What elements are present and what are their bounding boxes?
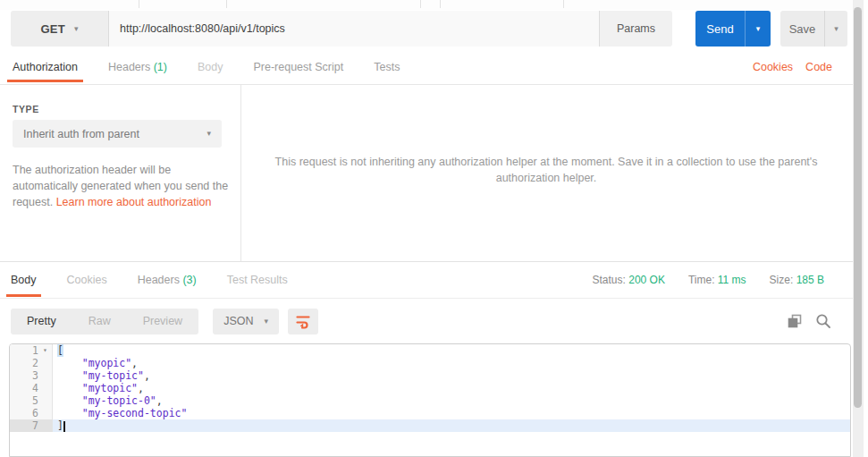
tab-label: Body bbox=[198, 61, 223, 73]
line-number-gutter: 7 bbox=[10, 419, 53, 432]
time-value: 11 ms bbox=[718, 274, 746, 286]
params-label: Params bbox=[617, 22, 655, 35]
code-line[interactable]: 3 "my-topic", bbox=[10, 369, 850, 382]
wrap-lines-button[interactable] bbox=[288, 309, 318, 334]
chevron-down-icon: ▾ bbox=[834, 25, 839, 33]
tab-label: Authorization bbox=[13, 61, 78, 73]
code-line[interactable]: 1▾[ bbox=[10, 344, 850, 357]
response-meta: Status: 200 OK Time: 11 ms Size: 185 B bbox=[593, 262, 854, 286]
text-cursor bbox=[63, 421, 65, 432]
request-right-links: Cookies Code bbox=[753, 55, 853, 73]
view-mode-group: Pretty Raw Preview bbox=[11, 309, 198, 334]
tab-tests[interactable]: Tests bbox=[372, 55, 401, 82]
code-line-content: "my-second-topic" bbox=[53, 407, 850, 419]
auth-type-value: Inherit auth from parent bbox=[23, 128, 139, 140]
send-button[interactable]: Send bbox=[695, 11, 745, 47]
code-line-content: "myopic", bbox=[53, 357, 850, 369]
code-lines: 1▾[2 "myopic",3 "my-topic",4 "mytopic",5… bbox=[10, 344, 850, 432]
authorization-panel: TYPE Inherit auth from parent ▾ The auth… bbox=[0, 85, 868, 261]
line-number-gutter: 2 bbox=[10, 357, 53, 369]
line-number-gutter: 6 bbox=[10, 407, 53, 419]
response-tool-icons bbox=[786, 312, 851, 330]
auth-type-dropdown[interactable]: Inherit auth from parent ▾ bbox=[13, 120, 222, 148]
status-label: Status: bbox=[593, 274, 626, 286]
code-link[interactable]: Code bbox=[805, 61, 832, 73]
tab-divider bbox=[226, 0, 227, 8]
request-url-group: GET ▾ http://localhost:8080/api/v1/topic… bbox=[11, 11, 672, 47]
size-label: Size: bbox=[770, 274, 794, 286]
auth-type-panel: TYPE Inherit auth from parent ▾ The auth… bbox=[0, 85, 241, 261]
code-line[interactable]: 4 "mytopic", bbox=[10, 382, 850, 394]
method-label: GET bbox=[40, 22, 65, 36]
copy-button[interactable] bbox=[786, 312, 804, 330]
line-number-gutter: 5 bbox=[10, 394, 53, 407]
tab-divider bbox=[420, 0, 421, 8]
response-body-editor[interactable]: 1▾[2 "myopic",3 "my-topic",4 "mytopic",5… bbox=[9, 343, 851, 457]
tab-label: Headers bbox=[138, 274, 180, 286]
format-dropdown[interactable]: JSON ▾ bbox=[213, 309, 279, 334]
tab-label: Pre-request Script bbox=[253, 61, 343, 73]
response-headers-count-badge: (3) bbox=[182, 274, 196, 286]
size-badge: Size: 185 B bbox=[770, 274, 824, 286]
tab-response-body[interactable]: Body bbox=[9, 262, 38, 297]
chevron-down-icon: ▾ bbox=[206, 130, 211, 138]
tab-body[interactable]: Body bbox=[196, 55, 225, 82]
size-value: 185 B bbox=[796, 274, 824, 286]
tab-divider bbox=[440, 0, 441, 8]
tab-authorization[interactable]: Authorization bbox=[11, 55, 80, 82]
search-icon bbox=[815, 313, 831, 329]
send-options-button[interactable]: ▾ bbox=[745, 11, 771, 47]
copy-icon bbox=[788, 314, 803, 329]
cookies-link[interactable]: Cookies bbox=[753, 61, 793, 73]
learn-more-link[interactable]: Learn more about authorization bbox=[56, 196, 212, 208]
save-options-button[interactable]: ▾ bbox=[824, 11, 847, 47]
tab-label: Body bbox=[11, 274, 37, 286]
chevron-down-icon: ▾ bbox=[74, 25, 79, 33]
tab-headers[interactable]: Headers (1) bbox=[106, 55, 169, 82]
code-line-content: [ bbox=[53, 344, 850, 357]
type-label: TYPE bbox=[13, 104, 39, 114]
auth-helper-message: This request is not inheriting any autho… bbox=[269, 154, 823, 186]
tab-pre-request-script[interactable]: Pre-request Script bbox=[251, 55, 345, 82]
code-line[interactable]: 6 "my-second-topic" bbox=[10, 407, 850, 419]
send-button-group: Send ▾ bbox=[695, 11, 771, 47]
tab-label: Cookies bbox=[67, 274, 107, 286]
tab-response-cookies[interactable]: Cookies bbox=[65, 262, 109, 297]
line-number-gutter: 4 bbox=[10, 382, 53, 394]
code-line-content: "my-topic", bbox=[53, 369, 850, 382]
url-value: http://localhost:8080/api/v1/topics bbox=[120, 22, 285, 35]
page-scrollbar[interactable] bbox=[853, 0, 864, 457]
code-line-content: "my-topic-0", bbox=[53, 394, 850, 407]
format-value: JSON bbox=[223, 315, 253, 327]
code-line[interactable]: 2 "myopic", bbox=[10, 357, 850, 369]
tab-label: Tests bbox=[374, 61, 400, 73]
url-input[interactable]: http://localhost:8080/api/v1/topics bbox=[109, 11, 599, 47]
params-button[interactable]: Params bbox=[599, 11, 672, 47]
auth-helper-panel: This request is not inheriting any autho… bbox=[241, 85, 851, 261]
status-badge: Status: 200 OK bbox=[593, 274, 665, 286]
method-dropdown[interactable]: GET ▾ bbox=[11, 11, 109, 47]
tab-label: Test Results bbox=[227, 274, 288, 286]
auth-description: The authorization header will be automat… bbox=[13, 162, 229, 210]
scrollbar-thumb[interactable] bbox=[854, 7, 862, 408]
view-raw-button[interactable]: Raw bbox=[72, 309, 127, 334]
line-number-gutter: 1▾ bbox=[10, 344, 53, 357]
view-pretty-button[interactable]: Pretty bbox=[11, 309, 72, 334]
line-number-gutter: 3 bbox=[10, 369, 53, 382]
save-button[interactable]: Save bbox=[780, 11, 824, 47]
wrap-lines-icon bbox=[295, 313, 311, 329]
tab-response-headers[interactable]: Headers (3) bbox=[136, 262, 198, 297]
time-label: Time: bbox=[688, 274, 715, 286]
tab-test-results[interactable]: Test Results bbox=[225, 262, 290, 297]
request-tabs: Authorization Headers (1) Body Pre-reque… bbox=[0, 55, 853, 85]
previous-tab-row-sliver bbox=[0, 0, 853, 10]
code-line-content: ] bbox=[53, 419, 850, 432]
search-button[interactable] bbox=[814, 312, 832, 330]
fold-arrow-icon[interactable]: ▾ bbox=[38, 344, 52, 357]
code-line[interactable]: 5 "my-topic-0", bbox=[10, 394, 850, 407]
headers-count-badge: (1) bbox=[154, 61, 167, 73]
response-tabs: Body Cookies Headers (3) Test Results St… bbox=[0, 261, 853, 299]
view-preview-button[interactable]: Preview bbox=[127, 309, 198, 334]
code-line[interactable]: 7] bbox=[10, 419, 850, 432]
tab-divider bbox=[563, 0, 564, 8]
